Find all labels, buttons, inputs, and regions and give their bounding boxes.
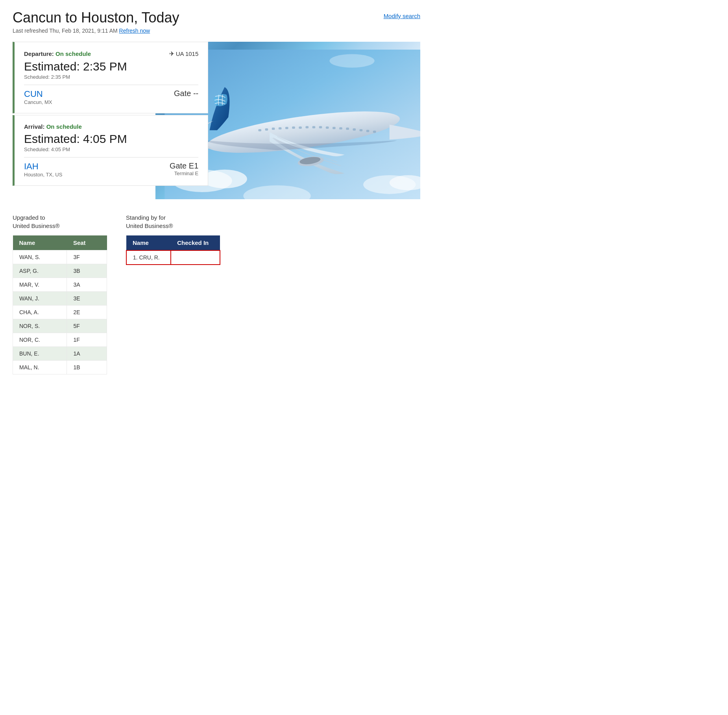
departure-airport-row: CUN Cancun, MX Gate --: [24, 89, 198, 105]
table-row: WAN, J.3E: [13, 292, 107, 306]
svg-rect-26: [366, 130, 369, 132]
arrival-label: Arrival: On schedule: [24, 123, 82, 130]
upgraded-header-row: Name Seat: [13, 235, 107, 250]
modify-search-link[interactable]: Modify search: [384, 13, 420, 19]
upgraded-header-name: Name: [13, 235, 67, 250]
svg-rect-21: [333, 127, 336, 129]
arrival-estimated: Estimated: 4:05 PM: [24, 132, 198, 146]
svg-rect-17: [305, 126, 309, 128]
svg-rect-18: [312, 126, 315, 128]
upgraded-label: Upgraded toUnited Business®: [13, 213, 107, 230]
departure-status-row: Departure: On schedule ✈ UA 1015: [24, 50, 198, 57]
arrival-airport-row: IAH Houston, TX, US Gate E1 Terminal E: [24, 161, 198, 178]
departure-divider: [24, 85, 198, 85]
arrival-terminal: Terminal E: [170, 170, 198, 176]
table-row: ASP, G.3B: [13, 264, 107, 278]
table-row: WAN, S.3F: [13, 250, 107, 264]
standby-table: Name Checked In 1. CRU, R.: [126, 235, 220, 265]
svg-rect-10: [258, 129, 261, 132]
svg-rect-11: [265, 128, 268, 131]
bottom-section: Upgraded toUnited Business® Name Seat WA…: [13, 213, 420, 374]
standby-header-checkedin: Checked In: [171, 235, 220, 250]
table-row: MAR, V.3A: [13, 278, 107, 292]
page-title: Cancun to Houston, Today: [13, 9, 179, 26]
departure-status: On schedule: [55, 50, 91, 57]
svg-rect-15: [292, 126, 295, 129]
svg-rect-23: [346, 128, 349, 130]
svg-rect-22: [339, 127, 342, 130]
arrival-gate: Gate E1 Terminal E: [170, 161, 198, 176]
svg-rect-16: [299, 126, 302, 129]
svg-rect-20: [325, 126, 329, 129]
arrival-city: Houston, TX, US: [24, 172, 62, 178]
last-refreshed-text: Last refreshed Thu, Feb 18, 2021, 9:11 A…: [13, 28, 420, 34]
svg-point-6: [329, 54, 374, 67]
upgraded-table: Name Seat WAN, S.3FASP, G.3BMAR, V.3AWAN…: [13, 235, 107, 374]
departure-code: CUN: [24, 89, 52, 99]
arrival-scheduled: Scheduled: 4:05 PM: [24, 146, 198, 152]
upgraded-group: Upgraded toUnited Business® Name Seat WA…: [13, 213, 107, 374]
departure-scheduled: Scheduled: 2:35 PM: [24, 74, 198, 80]
departure-gate: Gate --: [174, 89, 198, 98]
upgraded-header-seat: Seat: [67, 235, 107, 250]
arrival-airport: IAH Houston, TX, US: [24, 161, 62, 178]
standby-label: Standing by forUnited Business®: [126, 213, 220, 230]
table-row: NOR, S.5F: [13, 319, 107, 333]
departure-estimated: Estimated: 2:35 PM: [24, 60, 198, 73]
departure-city: Cancun, MX: [24, 99, 52, 105]
svg-rect-19: [319, 126, 322, 128]
header: Cancun to Houston, Today Modify search: [13, 9, 420, 26]
arrival-status-row: Arrival: On schedule: [24, 123, 198, 130]
svg-point-2: [202, 170, 247, 189]
arrival-code: IAH: [24, 161, 62, 172]
arrival-divider: [24, 157, 198, 157]
svg-rect-12: [272, 128, 275, 130]
refresh-now-link[interactable]: Refresh now: [119, 28, 150, 34]
standby-group: Standing by forUnited Business® Name Che…: [126, 213, 220, 265]
plane-icon: ✈: [169, 50, 174, 57]
table-row: MAL, N.1B: [13, 361, 107, 374]
arrival-card: Arrival: On schedule Estimated: 4:05 PM …: [13, 115, 208, 186]
arrival-status: On schedule: [46, 123, 82, 130]
departure-label: Departure: On schedule: [24, 50, 91, 57]
flight-number: ✈ UA 1015: [169, 50, 199, 57]
svg-rect-24: [353, 128, 356, 131]
svg-rect-14: [285, 127, 288, 129]
table-row: NOR, C.1F: [13, 333, 107, 347]
flight-cards: Departure: On schedule ✈ UA 1015 Estimat…: [13, 42, 208, 186]
hero-section: Departure: On schedule ✈ UA 1015 Estimat…: [13, 42, 420, 199]
standby-header-name: Name: [126, 235, 171, 250]
table-row: CHA, A.2E: [13, 306, 107, 319]
svg-rect-13: [278, 127, 281, 130]
table-row: BUN, E.1A: [13, 347, 107, 361]
svg-rect-25: [359, 129, 362, 132]
departure-card: Departure: On schedule ✈ UA 1015 Estimat…: [13, 42, 208, 113]
table-row: 1. CRU, R.: [126, 250, 220, 265]
svg-rect-27: [373, 131, 376, 133]
standby-header-row: Name Checked In: [126, 235, 220, 250]
departure-airport: CUN Cancun, MX: [24, 89, 52, 105]
